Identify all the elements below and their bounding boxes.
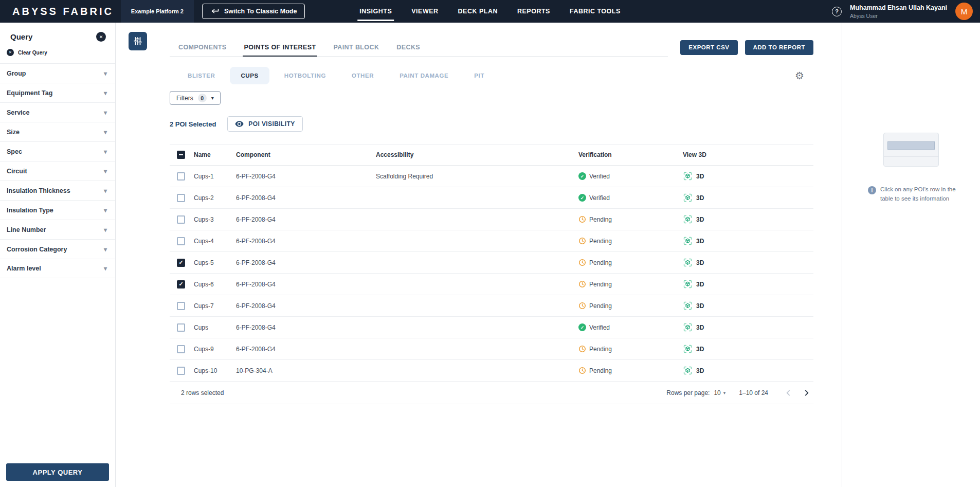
table-footer: 2 rows selected Rows per page: 10 ▾ 1–10… [170, 382, 813, 404]
nav-viewer[interactable]: VIEWER [410, 0, 439, 23]
chevron-down-icon: ▾ [104, 109, 107, 116]
eye-icon [235, 121, 244, 127]
row-checkbox[interactable] [177, 302, 185, 310]
sidebar-filter-corrosion-category[interactable]: Corrosion Category ▾ [0, 239, 115, 259]
sidebar-filter-line-number[interactable]: Line Number ▾ [0, 220, 115, 239]
sidebar-filter-size[interactable]: Size ▾ [0, 122, 115, 141]
poi-visibility-button[interactable]: POI VISIBILITY [227, 116, 302, 132]
table-row[interactable]: Cups-4 6-PF-2008-G4 Pending 3D [170, 230, 813, 252]
primary-nav: INSIGHTSVIEWERDECK PLANREPORTSFABRIC TOO… [358, 0, 622, 23]
subtab-paint-damage[interactable]: PAINT DAMAGE [389, 67, 459, 84]
select-all-checkbox[interactable] [177, 151, 185, 159]
view-3d-button[interactable]: 3D [683, 214, 813, 224]
sidebar-filter-circuit[interactable]: Circuit ▾ [0, 161, 115, 181]
view-3d-button[interactable]: 3D [683, 322, 813, 332]
pending-icon [578, 367, 586, 374]
previous-page-button[interactable] [782, 386, 795, 400]
view-3d-button[interactable]: 3D [683, 301, 813, 311]
view-3d-label: 3D [696, 173, 704, 180]
sidebar-filter-group[interactable]: Group ▾ [0, 63, 115, 83]
view-3d-icon [683, 301, 693, 311]
view-3d-button[interactable]: 3D [683, 344, 813, 354]
table-row[interactable]: Cups-7 6-PF-2008-G4 Pending 3D [170, 295, 813, 317]
poi-name: Cups-4 [194, 238, 236, 245]
help-icon[interactable]: ? [832, 7, 842, 16]
table-row[interactable]: Cups-3 6-PF-2008-G4 Pending 3D [170, 209, 813, 230]
column-header-verification: Verification [578, 151, 683, 158]
sidebar-filter-alarm-level[interactable]: Alarm level ▾ [0, 259, 115, 278]
view-3d-button[interactable]: 3D [683, 171, 813, 181]
view-3d-button[interactable]: 3D [683, 279, 813, 289]
poi-verification: ✓ Verified [578, 194, 683, 202]
table-row[interactable]: Cups-6 6-PF-2008-G4 Pending 3D [170, 274, 813, 295]
avatar[interactable]: M [955, 3, 973, 20]
add-to-report-button[interactable]: ADD TO REPORT [745, 40, 814, 55]
export-csv-button[interactable]: EXPORT CSV [680, 40, 737, 55]
nav-insights[interactable]: INSIGHTS [358, 0, 393, 23]
row-checkbox[interactable] [177, 194, 185, 202]
row-checkbox[interactable] [177, 280, 185, 288]
row-checkbox[interactable] [177, 215, 185, 224]
gear-icon[interactable]: ⚙ [795, 70, 804, 81]
view-3d-label: 3D [696, 259, 704, 266]
row-checkbox[interactable] [177, 345, 185, 353]
table-row[interactable]: Cups-9 6-PF-2008-G4 Pending 3D [170, 338, 813, 360]
chevron-down-icon: ▾ [104, 187, 107, 194]
close-query-icon[interactable]: ✕ [96, 32, 106, 42]
subtab-blister[interactable]: BLISTER [177, 67, 226, 84]
view-3d-icon [683, 171, 693, 181]
poi-verification: Pending [578, 367, 683, 374]
tab-decks[interactable]: DECKS [388, 38, 429, 56]
view-3d-button[interactable]: 3D [683, 236, 813, 246]
poi-visibility-label: POI VISIBILITY [248, 120, 295, 128]
sidebar-filter-equipment-tag[interactable]: Equipment Tag ▾ [0, 83, 115, 102]
table-row[interactable]: Cups-1 6-PF-2008-G4 Scaffolding Required… [170, 166, 813, 187]
tab-paint-block[interactable]: PAINT BLOCK [324, 38, 388, 56]
view-3d-label: 3D [696, 324, 704, 331]
view-3d-button[interactable]: 3D [683, 366, 813, 375]
subtab-cups[interactable]: CUPS [230, 67, 269, 84]
table-row[interactable]: Cups-2 6-PF-2008-G4 ✓ Verified 3D [170, 187, 813, 209]
filter-label: Line Number [7, 226, 46, 233]
view-3d-button[interactable]: 3D [683, 258, 813, 267]
table-row[interactable]: Cups-10 10-PG-304-A Pending 3D [170, 360, 813, 382]
chevron-down-icon: ▾ [104, 207, 107, 214]
filters-dropdown[interactable]: Filters 0 ▾ [170, 91, 221, 105]
sidebar-filter-spec[interactable]: Spec ▾ [0, 141, 115, 161]
poi-component: 6-PF-2008-G4 [236, 173, 376, 180]
next-page-button[interactable] [800, 386, 813, 400]
chevron-down-icon: ▾ [104, 246, 107, 253]
app-logo: ABYSS FABRIC [12, 6, 114, 17]
table-row[interactable]: Cups 6-PF-2008-G4 ✓ Verified 3D [170, 317, 813, 338]
verification-label: Pending [589, 238, 612, 245]
filter-label: Circuit [7, 168, 27, 175]
clear-query-button[interactable]: ✕ Clear Query [0, 47, 115, 63]
nav-fabric-tools[interactable]: FABRIC TOOLS [569, 0, 622, 23]
tab-components[interactable]: COMPONENTS [170, 38, 235, 56]
tab-points-of-interest[interactable]: POINTS OF INTEREST [235, 38, 325, 56]
row-checkbox[interactable] [177, 367, 185, 375]
platform-name[interactable]: Example Platform 2 [121, 0, 194, 23]
view-3d-button[interactable]: 3D [683, 193, 813, 203]
sidebar-filter-insulation-type[interactable]: Insulation Type ▾ [0, 200, 115, 220]
row-checkbox[interactable] [177, 259, 185, 267]
view-3d-icon [683, 344, 693, 354]
sidebar-filter-service[interactable]: Service ▾ [0, 102, 115, 122]
poi-name: Cups-1 [194, 173, 236, 180]
subtab-pit[interactable]: PIT [463, 67, 495, 84]
subtab-hotbolting[interactable]: HOTBOLTING [274, 67, 337, 84]
pending-icon [578, 259, 586, 266]
rows-per-page-select[interactable]: 10 ▾ [714, 389, 725, 396]
subtab-other[interactable]: OTHER [341, 67, 385, 84]
nav-deck-plan[interactable]: DECK PLAN [457, 0, 499, 23]
nav-reports[interactable]: REPORTS [516, 0, 551, 23]
row-checkbox[interactable] [177, 237, 185, 245]
switch-to-classic-mode-button[interactable]: Switch To Classic Mode [202, 4, 305, 19]
query-panel-toggle-button[interactable] [129, 32, 147, 50]
apply-query-button[interactable]: APPLY QUERY [6, 463, 109, 481]
row-checkbox[interactable] [177, 172, 185, 181]
sidebar-filter-insulation-thickness[interactable]: Insulation Thickness ▾ [0, 181, 115, 200]
table-row[interactable]: Cups-5 6-PF-2008-G4 Pending 3D [170, 252, 813, 274]
row-checkbox[interactable] [177, 323, 185, 332]
filter-label: Corrosion Category [7, 246, 67, 253]
